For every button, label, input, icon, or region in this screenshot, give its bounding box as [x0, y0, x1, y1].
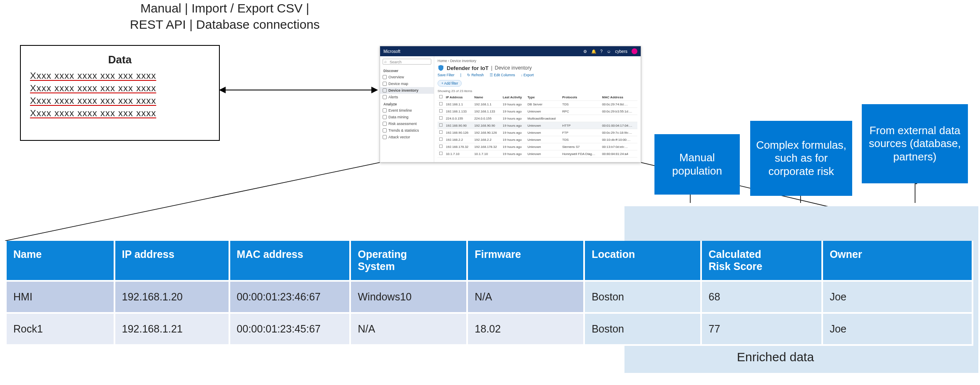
checkbox-icon[interactable]: [439, 152, 443, 155]
edit-columns-button[interactable]: ☰ Edit Columns: [490, 73, 515, 77]
nav-attack-vector[interactable]: Attack vector: [380, 134, 434, 140]
checkbox-icon[interactable]: [439, 95, 443, 98]
table-row[interactable]: 192.168.1.1192.168.1.119 hours agoDB Ser…: [438, 101, 637, 108]
cell: 192.168.90.90: [473, 122, 501, 129]
checkbox-icon[interactable]: [439, 145, 443, 148]
map-icon: [383, 82, 387, 86]
app-toolbar: Save Filter | ↻ Refresh ☰ Edit Columns ↓…: [438, 73, 637, 77]
checkbox-icon[interactable]: [439, 116, 443, 120]
table-row: Rock1192.168.1.2100:00:01:23:45:67N/A18.…: [6, 313, 973, 345]
cell: [438, 150, 444, 158]
cell: [438, 101, 444, 108]
callout-text: From external data sources (database, pa…: [867, 124, 963, 163]
mini-col-header[interactable]: IP Address: [444, 94, 473, 101]
nav-label: Device inventory: [388, 88, 418, 92]
cell: [438, 143, 444, 150]
nav-label: Data mining: [388, 115, 408, 119]
nav-device-inventory[interactable]: Device inventory: [380, 87, 434, 94]
cell: 192.168.1.20: [114, 281, 229, 313]
refresh-button[interactable]: ↻ Refresh: [467, 73, 484, 77]
col-header: Location: [584, 241, 701, 281]
breadcrumb[interactable]: Home › Device inventory: [438, 59, 637, 63]
cell: N/A: [350, 313, 467, 345]
placeholder-row: Xxxx xxxx xxxx xxx xxx xxxx: [30, 70, 210, 81]
bidirectional-arrow: [220, 90, 377, 90]
help-icon[interactable]: ?: [600, 49, 603, 54]
nav-data-mining[interactable]: Data mining: [380, 114, 434, 120]
avatar[interactable]: [632, 48, 637, 54]
mini-col-header[interactable]: Protocols: [560, 94, 600, 101]
nav-event-timeline[interactable]: Event timeline: [380, 107, 434, 114]
external-data-box: Data Xxxx xxxx xxxx xxx xxx xxxx Xxxx xx…: [20, 45, 220, 141]
cell: 00:13:b7:0d:eb:…: [600, 143, 637, 150]
nav-device-map[interactable]: Device map: [380, 80, 434, 87]
mini-col-header[interactable]: Last Activity: [501, 94, 526, 101]
placeholder-row: Xxxx xxxx xxxx xxx xxx xxxx: [30, 95, 210, 106]
table-row[interactable]: 192.168.1.133192.168.1.13319 hours agoUn…: [438, 108, 637, 115]
mini-col-header[interactable]: Type: [526, 94, 560, 101]
side-nav: Search Discover Overview Device map Devi…: [380, 56, 434, 162]
checkbox-icon[interactable]: [439, 109, 443, 112]
cell: Joe: [822, 281, 973, 313]
nav-alerts[interactable]: Alerts: [380, 94, 434, 100]
connector-line: [915, 183, 915, 203]
cell: [600, 115, 637, 122]
cell: 19 hours ago: [501, 143, 526, 150]
cell: Boston: [584, 281, 701, 313]
cell: Unknown: [526, 108, 560, 115]
feedback-icon[interactable]: ☺: [607, 49, 611, 54]
table-row: HMI192.168.1.2000:00:01:23:46:67Windows1…: [6, 281, 973, 313]
table-row[interactable]: 224.0.0.155224.0.0.15519 hours agoMultic…: [438, 115, 637, 122]
cell: 19 hours ago: [501, 122, 526, 129]
table-row[interactable]: 192.168.2.2192.168.2.219 hours agoUnknow…: [438, 136, 637, 143]
app-topbar: Microsoft ⚙ 🔔 ? ☺ cybers: [380, 46, 641, 56]
add-filter-button[interactable]: + Add filter: [438, 80, 462, 87]
checkbox-icon[interactable]: [439, 138, 443, 141]
nav-label: Risk assessment: [388, 122, 417, 126]
cell: 19 hours ago: [501, 108, 526, 115]
mini-col-header[interactable]: MAC Address: [600, 94, 637, 101]
cell: Windows10: [350, 281, 467, 313]
table-row[interactable]: 192.168.178.32192.168.178.3219 hours ago…: [438, 143, 637, 150]
nav-risk-assessment[interactable]: Risk assessment: [380, 120, 434, 127]
col-header: MAC address: [229, 241, 351, 281]
integration-line1: Manual | Import / Export CSV |: [112, 0, 337, 16]
cell: HTTP: [560, 122, 600, 129]
cell: DB Server: [526, 101, 560, 108]
mini-col-header[interactable]: Name: [473, 94, 501, 101]
callout-text: Manual population: [659, 151, 735, 177]
timeline-icon: [383, 108, 387, 112]
table-row[interactable]: 192.168.90.126192.168.90.12619 hours ago…: [438, 129, 637, 136]
alerts-icon: [383, 95, 387, 99]
connector-line: [915, 183, 917, 184]
mini-col-header[interactable]: [438, 94, 444, 101]
col-header: CalculatedRisk Score: [701, 241, 822, 281]
search-input[interactable]: Search: [383, 59, 431, 65]
shield-icon: [438, 65, 444, 71]
export-button[interactable]: ↓ Export: [521, 73, 534, 77]
nav-overview[interactable]: Overview: [380, 74, 434, 80]
cell: 192.168.178.32: [473, 143, 501, 150]
cell: 00:00:01:23:45:67: [229, 313, 351, 345]
page-title: Defender for IoT | Device inventory: [438, 65, 637, 71]
nav-trends[interactable]: Trends & statistics: [380, 127, 434, 134]
table-row[interactable]: 10.1.7.1010.1.7.1019 hours agoUnknownHon…: [438, 150, 637, 158]
cell: Boston: [584, 313, 701, 345]
callouts-group: Manual population Complex formulas, such…: [654, 104, 979, 217]
notifications-icon[interactable]: 🔔: [591, 49, 596, 54]
nav-label: Overview: [388, 75, 404, 79]
placeholder-row: Xxxx xxxx xxxx xxx xxx xxxx: [30, 108, 210, 119]
checkbox-icon[interactable]: [439, 130, 443, 134]
nav-label: Trends & statistics: [388, 128, 419, 132]
checkbox-icon[interactable]: [439, 123, 443, 127]
save-filter-button[interactable]: Save Filter: [438, 73, 455, 77]
nav-label: Event timeline: [388, 108, 412, 112]
settings-icon[interactable]: ⚙: [583, 49, 587, 54]
cell: Unknown: [526, 122, 560, 129]
cell: [560, 115, 600, 122]
cell: 00:0c:29:7c:18:9b:…: [600, 129, 637, 136]
checkbox-icon[interactable]: [439, 102, 443, 105]
data-placeholder-rows: Xxxx xxxx xxxx xxx xxx xxxx Xxxx xxxx xx…: [30, 70, 210, 119]
table-row[interactable]: 192.168.90.90192.168.90.9019 hours agoUn…: [438, 122, 637, 129]
device-enrichment-table: NameIP addressMAC addressOperatingSystem…: [5, 241, 973, 346]
